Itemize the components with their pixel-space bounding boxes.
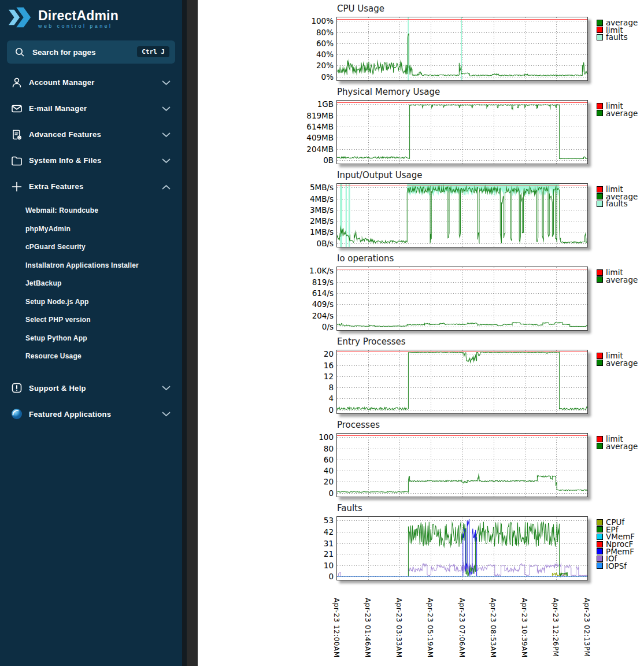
y-axis-tick-label: 20: [279, 349, 334, 358]
sidebar-item-extra-features[interactable]: Extra Features: [0, 173, 182, 199]
y-axis-tick-label: 60%: [279, 39, 334, 48]
submenu-item-phpmyadmin[interactable]: phpMyAdmin: [0, 220, 182, 239]
y-axis-tick-label: 1.0K/s: [279, 266, 334, 275]
sidebar-item-e-mail-manager[interactable]: E-mail Manager: [0, 95, 182, 121]
submenu-item-setup-python-app[interactable]: Setup Python App: [0, 330, 182, 348]
y-axis-tick-label: 42: [279, 527, 334, 536]
sidebar-item-system-info-files[interactable]: System Info & Files: [0, 147, 182, 173]
chart-plot-canvas: [337, 267, 587, 330]
y-axis-tick-label: 60: [279, 455, 334, 464]
legend-label: average: [606, 276, 638, 283]
y-axis-tick-label: 2MB/s: [279, 216, 334, 225]
y-axis-tick-label: 0%: [279, 72, 334, 82]
mail-icon: [10, 102, 24, 115]
chevron-down-icon: [162, 383, 171, 393]
y-axis-tick-label: 4MB/s: [279, 194, 334, 204]
y-axis-tick-label: 10: [279, 561, 334, 570]
submenu-item-installatron-applications-installer[interactable]: Installatron Applications Installer: [0, 257, 182, 275]
submenu-item-webmail-roundcube[interactable]: Webmail: Roundcube: [0, 202, 182, 220]
doc-gear-icon: [10, 128, 24, 141]
chevron-up-icon: [162, 182, 171, 192]
legend-swatch: [597, 526, 603, 532]
legend-swatch: [597, 201, 603, 207]
y-axis-tick-label: 20%: [279, 61, 334, 70]
chart-title: Processes: [337, 420, 380, 430]
directadmin-logo-icon: [8, 6, 32, 31]
y-axis-tick-label: 204MB: [279, 145, 334, 154]
chart-plot: [336, 100, 588, 164]
submenu-item-cpguard-security[interactable]: cPGuard Security: [0, 238, 182, 257]
chart-block-faults: Faults53423121100CPUfEPfVMemFNprocFPMemF…: [198, 503, 644, 586]
legend-swatch: [597, 534, 603, 540]
app-subtitle: web control panel: [38, 23, 119, 29]
chart-title: Faults: [337, 503, 362, 513]
submenu-item-jetbackup[interactable]: JetBackup: [0, 275, 182, 293]
sidebar-item-support-help[interactable]: Support & Help: [0, 375, 182, 401]
legend-swatch: [597, 353, 603, 359]
y-axis-tick-label: 40%: [279, 50, 334, 59]
chart-plot-canvas: [337, 101, 587, 164]
chart-plot: [336, 433, 588, 497]
chart-block-input-output-usage: Input/Output Usage5MB/s4MB/s3MB/s2MB/s1M…: [198, 170, 644, 253]
y-axis-tick-label: 409/s: [279, 299, 334, 309]
chart-plot: [336, 350, 588, 414]
chart-block-io-operations: Io operations1.0K/s819/s614/s409/s204/s0…: [198, 253, 644, 336]
x-axis-label: Apr-23 05:19AM: [426, 598, 434, 658]
submenu-item-resource-usage[interactable]: Resource Usage: [0, 347, 182, 366]
y-axis-tick-label: 1GB: [279, 99, 334, 109]
legend-swatch: [597, 276, 603, 283]
legend-label: faults: [606, 200, 628, 207]
logo[interactable]: DirectAdmin web control panel: [0, 0, 182, 35]
legend-swatch: [597, 519, 603, 526]
chevron-down-icon: [162, 77, 171, 88]
sidebar-item-label: Account Manager: [29, 78, 162, 87]
folder-icon: [10, 154, 24, 167]
y-axis-tick-label: 3MB/s: [279, 205, 334, 214]
sidebar-item-advanced-features[interactable]: Advanced Features: [0, 121, 182, 147]
y-axis-tick-label: 5MB/s: [279, 183, 334, 192]
x-axis-label: Apr-23 07:06AM: [458, 598, 466, 658]
legend-item: average: [597, 276, 638, 284]
y-axis-tick-label: 819MB: [279, 111, 334, 120]
x-axis-label: Apr-23 03:33AM: [395, 598, 403, 658]
y-axis-tick-label: 100%: [279, 16, 334, 25]
legend-label: IOPSf: [606, 563, 627, 569]
y-axis-tick-label: 21: [279, 549, 334, 558]
sidebar-item-label: Extra Features: [29, 182, 162, 191]
legend-label: average: [606, 110, 638, 117]
x-axis-label: Apr-23 01:46AM: [364, 598, 372, 658]
sidebar-edge-gray[interactable]: [187, 0, 198, 666]
chevron-down-icon: [162, 103, 171, 114]
y-axis-tick-label: 8: [279, 383, 334, 392]
y-axis-tick-label: 0/s: [279, 322, 334, 331]
chart-block-cpu-usage: CPU Usage100%80%60%40%20%0%averagelimitf…: [198, 3, 644, 87]
legend-item: faults: [597, 200, 638, 208]
plus-icon: [10, 180, 24, 193]
legend-label: faults: [606, 34, 628, 40]
legend-item: faults: [597, 34, 638, 41]
chart-legend: limitaverage: [597, 102, 638, 117]
search-icon: [14, 47, 25, 60]
user-icon: [10, 76, 24, 89]
legend-swatch: [597, 436, 603, 442]
chart-title: Io operations: [337, 253, 394, 264]
legend-swatch: [597, 34, 603, 40]
y-axis-tick-label: 0: [279, 489, 334, 498]
chart-title: Physical Memory Usage: [337, 87, 440, 97]
legend-swatch: [597, 27, 603, 33]
sidebar-item-account-manager[interactable]: Account Manager: [0, 69, 182, 95]
chart-plot-canvas: [337, 434, 587, 497]
legend-swatch: [597, 556, 603, 562]
apps-icon: [10, 408, 24, 420]
legend-swatch: [597, 103, 603, 109]
y-axis-tick-label: 80%: [279, 28, 334, 37]
submenu-item-select-php-version[interactable]: Select PHP version: [0, 311, 182, 330]
legend-label: average: [606, 360, 638, 367]
x-axis-label: Apr-23 12:26PM: [552, 598, 560, 657]
sidebar-item-featured-applications[interactable]: Featured Applications: [0, 401, 182, 427]
chevron-down-icon: [162, 156, 171, 166]
y-axis-tick-label: 0: [279, 572, 334, 581]
submenu-item-setup-node-js-app[interactable]: Setup Node.js App: [0, 293, 182, 312]
chevron-down-icon: [162, 409, 171, 419]
legend-item: average: [597, 443, 638, 450]
